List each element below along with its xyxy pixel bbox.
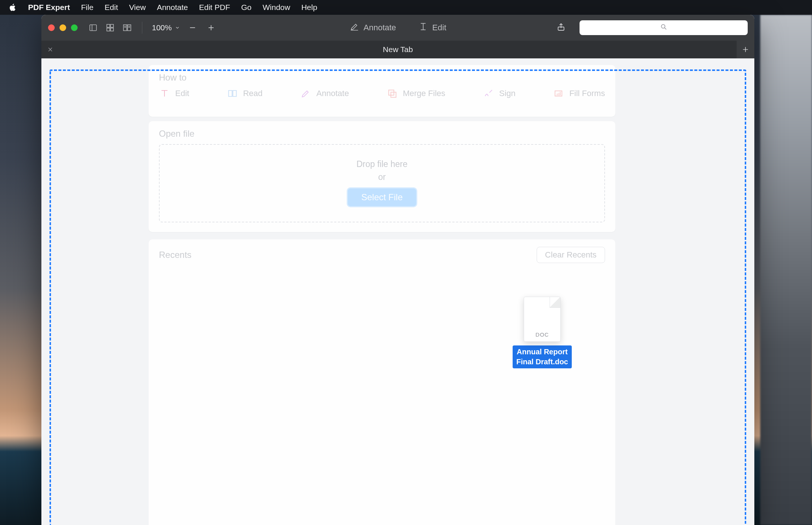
clear-recents-button[interactable]: Clear Recents — [537, 247, 605, 263]
chevron-down-icon — [175, 23, 180, 32]
menu-go[interactable]: Go — [241, 3, 251, 12]
svg-rect-21 — [391, 92, 396, 98]
toolbar-separator — [142, 22, 142, 34]
menu-window[interactable]: Window — [263, 3, 291, 12]
select-file-button[interactable]: Select File — [347, 187, 417, 207]
tab-title: New Tab — [383, 45, 413, 54]
new-tab-button[interactable] — [737, 41, 754, 58]
howto-item-label: Sign — [499, 89, 516, 98]
howto-annotate[interactable]: Annotate — [300, 88, 349, 99]
pencil-icon — [300, 88, 311, 99]
openfile-panel: Open file Drop file here or Select File — [149, 121, 615, 232]
svg-rect-2 — [107, 24, 110, 27]
two-page-view-icon[interactable] — [122, 23, 132, 33]
recents-title: Recents — [159, 250, 191, 260]
menu-annotate[interactable]: Annotate — [157, 3, 188, 12]
window-close-button[interactable] — [48, 24, 55, 31]
traffic-lights — [48, 24, 78, 31]
search-icon — [660, 23, 667, 32]
openfile-title: Open file — [149, 121, 615, 144]
edit-label: Edit — [432, 23, 446, 33]
howto-item-label: Edit — [175, 89, 189, 98]
menu-help[interactable]: Help — [301, 3, 317, 12]
drop-hint: Drop file here — [356, 159, 407, 169]
tab-strip: New Tab — [41, 41, 754, 58]
howto-merge[interactable]: Merge Files — [387, 88, 445, 99]
app-name[interactable]: PDF Expert — [28, 3, 70, 12]
howto-item-label: Read — [243, 89, 263, 98]
menu-view[interactable]: View — [129, 3, 146, 12]
dragged-file[interactable]: DOC Annual ReportFinal Draft.doc — [507, 297, 577, 368]
howto-edit[interactable]: Edit — [159, 88, 189, 99]
search-field[interactable] — [580, 20, 748, 35]
zoom-in-button[interactable]: + — [205, 23, 217, 33]
macos-menubar: PDF Expert File Edit View Annotate Edit … — [0, 0, 812, 15]
text-edit-icon — [159, 88, 170, 99]
window-minimize-button[interactable] — [60, 24, 66, 31]
svg-rect-5 — [111, 28, 113, 31]
file-extension-label: DOC — [524, 331, 560, 338]
tab-close-button[interactable] — [41, 47, 59, 52]
annotate-label: Annotate — [364, 23, 396, 33]
content-area: How to Edit Read Annotate Merge Files — [41, 58, 754, 525]
signature-icon — [483, 88, 494, 99]
howto-fillforms[interactable]: ab Fill Forms — [553, 88, 605, 99]
app-window: 100% − + Annotate Edit New Tab — [41, 15, 754, 525]
svg-rect-7 — [128, 25, 131, 31]
share-button[interactable] — [557, 23, 565, 33]
apple-menu-icon[interactable] — [9, 3, 17, 11]
svg-rect-20 — [389, 90, 394, 95]
menu-edit-pdf[interactable]: Edit PDF — [199, 3, 230, 12]
edit-mode-button[interactable]: Edit — [418, 22, 446, 34]
svg-point-14 — [661, 24, 665, 28]
howto-sign[interactable]: Sign — [483, 88, 516, 99]
annotate-mode-button[interactable]: Annotate — [350, 22, 396, 34]
zoom-control[interactable]: 100% — [152, 23, 180, 32]
recents-panel: Recents Clear Recents — [149, 239, 615, 525]
book-icon — [227, 88, 238, 99]
window-toolbar: 100% − + Annotate Edit — [41, 15, 754, 41]
highlighter-icon — [350, 22, 359, 34]
window-zoom-button[interactable] — [71, 24, 78, 31]
howto-item-label: Annotate — [316, 89, 349, 98]
sidebar-toggle-icon[interactable] — [88, 23, 98, 33]
merge-icon — [387, 88, 398, 99]
text-cursor-icon — [418, 22, 428, 34]
zoom-out-button[interactable]: − — [187, 23, 198, 33]
document-icon: DOC — [524, 297, 561, 342]
howto-item-label: Merge Files — [403, 89, 445, 98]
howto-title: How to — [149, 65, 615, 88]
menu-edit[interactable]: Edit — [105, 3, 118, 12]
svg-rect-4 — [107, 28, 110, 31]
svg-rect-0 — [90, 25, 96, 31]
toolbar-mode-switch: Annotate Edit — [350, 22, 446, 34]
svg-rect-3 — [111, 24, 113, 27]
dragged-file-name: Annual ReportFinal Draft.doc — [513, 345, 572, 368]
form-icon: ab — [553, 88, 564, 99]
howto-item-label: Fill Forms — [569, 89, 605, 98]
zoom-value: 100% — [152, 23, 172, 32]
menu-file[interactable]: File — [81, 3, 94, 12]
grid-view-icon[interactable] — [105, 23, 115, 33]
svg-line-15 — [665, 28, 666, 30]
howto-panel: How to Edit Read Annotate Merge Files — [149, 65, 615, 117]
drop-or: or — [378, 172, 385, 182]
drop-zone[interactable]: Drop file here or Select File — [159, 144, 605, 222]
howto-read[interactable]: Read — [227, 88, 263, 99]
svg-text:ab: ab — [557, 92, 560, 96]
svg-rect-6 — [123, 25, 127, 31]
